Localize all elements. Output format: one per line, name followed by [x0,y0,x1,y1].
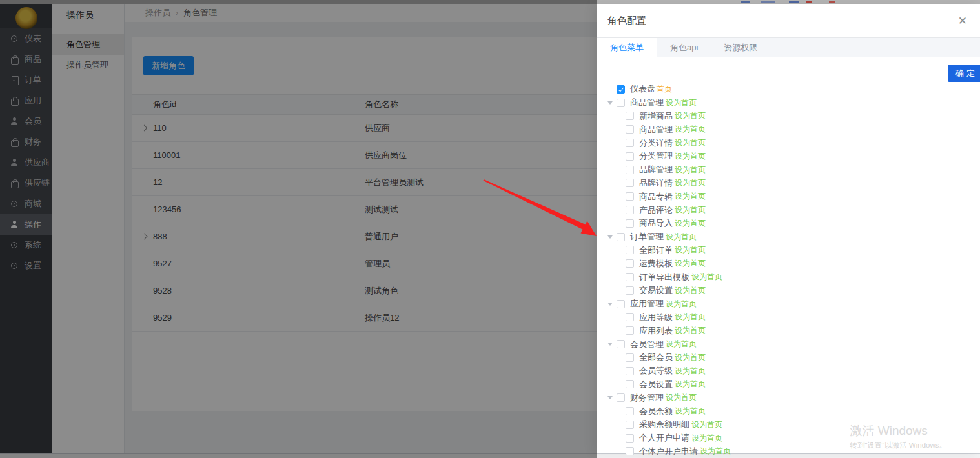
confirm-button[interactable]: 确定 [948,65,980,82]
tree-row: 商品管理 设为首页 [597,96,980,110]
tree-checkbox[interactable] [626,206,634,214]
set-home-link[interactable]: 设为首页 [675,258,706,269]
drawer-tab[interactable]: 角色api [657,38,711,57]
set-home-link[interactable]: 设为首页 [675,366,706,377]
set-home-link[interactable]: 设为首页 [675,244,706,255]
tree-node-label: 订单导出模板 [639,272,689,283]
tree-checkbox[interactable] [626,166,634,174]
set-home-link[interactable]: 设为首页 [666,232,697,243]
tree-checkbox[interactable] [626,273,634,281]
tree-checkbox[interactable] [617,300,625,308]
tree-row: 会员等级 设为首页 [597,364,980,378]
tree-node-label: 会员余额 [639,406,673,417]
tree-node-label: 会员设置 [639,379,673,390]
tree-row: 应用列表 设为首页 [597,324,980,337]
tree-node-label: 全部订单 [639,244,673,256]
set-home-link[interactable]: 设为首页 [691,272,722,283]
set-home-link[interactable]: 设为首页 [675,164,706,175]
tree-row: 会员余额 设为首页 [597,404,980,418]
tree-checkbox[interactable] [626,434,634,443]
tree-checkbox[interactable] [626,139,634,147]
tree-node-label: 个人开户申请 [639,432,689,444]
caret-down-icon[interactable] [607,343,613,346]
tree-checkbox[interactable] [617,340,625,348]
tree-node-label: 会员管理 [630,339,664,350]
set-home-link[interactable]: 设为首页 [675,124,706,135]
tree-node-label: 交易设置 [639,284,673,296]
tree-checkbox[interactable] [626,125,634,134]
tree-checkbox[interactable] [626,259,634,268]
tree-checkbox[interactable] [626,407,634,415]
tree-checkbox[interactable] [626,179,634,187]
set-home-link[interactable]: 设为首页 [675,191,706,202]
set-home-link[interactable]: 设为首页 [675,151,706,162]
drawer-mask[interactable] [0,0,597,458]
tree-checkbox[interactable] [626,447,634,455]
tree-row: 全部订单 设为首页 [597,244,980,257]
caret-down-icon[interactable] [607,303,613,306]
tree-row: 个体户开户申请 设为首页 [597,445,980,458]
tree-node-label: 运费模板 [639,258,673,270]
tree-checkbox[interactable] [626,286,634,295]
set-home-link[interactable]: 设为首页 [675,352,706,363]
tree-checkbox[interactable] [626,152,634,161]
set-home-link[interactable]: 设为首页 [691,433,722,444]
role-config-drawer: 角色配置 ✕ 角色菜单 角色api 资源权限 确定 仪表盘 首 [597,4,980,453]
tree-row: 商品管理 设为首页 [597,123,980,136]
caret-down-icon[interactable] [607,396,613,399]
set-home-link[interactable]: 设为首页 [675,285,706,296]
tree-checkbox[interactable] [626,246,634,254]
tree-node-label: 商品管理 [639,124,673,135]
tree-node-label: 财务管理 [630,392,664,404]
close-icon[interactable]: ✕ [955,14,970,28]
set-home-link[interactable]: 设为首页 [675,379,706,390]
set-home-link[interactable]: 设为首页 [675,204,706,215]
browser-edge-decoration [741,1,750,3]
drawer-tab-label: 资源权限 [724,42,757,54]
tree-checkbox[interactable] [617,393,625,402]
caret-down-icon[interactable] [607,235,613,239]
tree-checkbox[interactable] [626,326,634,335]
set-home-link[interactable]: 设为首页 [675,406,706,417]
tree-checkbox[interactable] [626,219,634,228]
tree-row: 品牌管理 设为首页 [597,163,980,177]
tree-checkbox[interactable] [626,192,634,201]
tree-node-label: 分类管理 [639,150,673,162]
set-home-link[interactable]: 设为首页 [666,339,697,350]
set-home-link[interactable]: 设为首页 [675,177,706,188]
tree-checkbox[interactable] [626,353,634,362]
menu-permission-tree: 仪表盘 首页 商品管理 设为首页 新增商品 设 [597,83,980,458]
set-home-link[interactable]: 设为首页 [666,97,697,108]
tree-node-label: 应用列表 [639,325,673,337]
tree-row: 个人开户申请 设为首页 [597,432,980,445]
tree-checkbox[interactable] [626,421,634,429]
tree-node-label: 采购余额明细 [639,419,689,430]
tree-checkbox[interactable] [626,112,634,120]
tree-row: 订单管理 设为首页 [597,230,980,244]
drawer-tab[interactable]: 角色菜单 [597,38,657,57]
tree-row: 品牌详情 设为首页 [597,177,980,190]
set-home-link[interactable]: 设为首页 [700,446,731,457]
set-home-link[interactable]: 设为首页 [666,299,697,310]
caret-down-icon[interactable] [607,101,613,105]
tree-checkbox[interactable] [617,233,625,241]
tree-checkbox[interactable] [626,380,634,388]
tree-checkbox[interactable] [617,99,625,107]
tree-checkbox[interactable] [626,367,634,375]
set-home-link[interactable]: 设为首页 [675,218,706,229]
tree-checkbox[interactable] [626,313,634,321]
set-home-link[interactable]: 设为首页 [675,110,706,121]
tree-row: 分类详情 设为首页 [597,136,980,150]
set-home-link[interactable]: 设为首页 [691,419,722,430]
tree-checkbox[interactable] [617,85,625,94]
browser-edge-decoration [829,1,835,3]
tree-row: 会员设置 设为首页 [597,378,980,392]
tree-row: 产品评论 设为首页 [597,203,980,217]
tree-node-label: 品牌详情 [639,177,673,189]
drawer-tab[interactable]: 资源权限 [711,38,770,57]
set-home-link[interactable]: 设为首页 [675,137,706,148]
set-home-link[interactable]: 设为首页 [666,392,697,403]
set-home-link[interactable]: 设为首页 [675,325,706,336]
home-tag: 首页 [657,84,672,95]
set-home-link[interactable]: 设为首页 [675,312,706,323]
